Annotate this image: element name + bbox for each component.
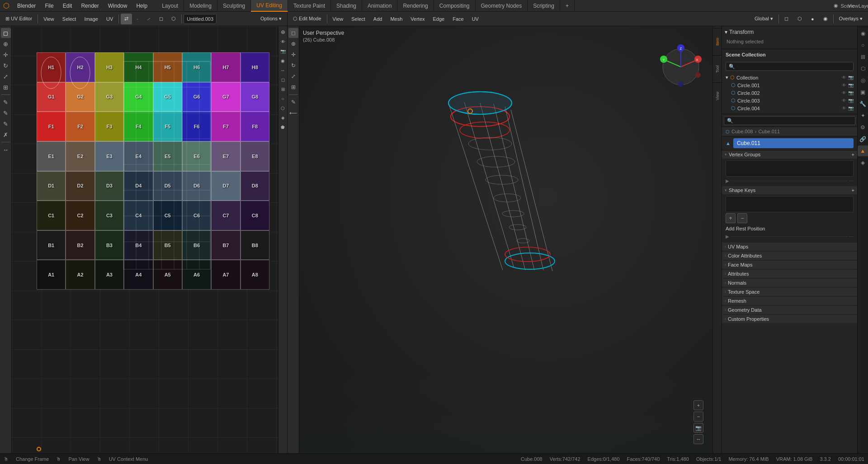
tab-scripting[interactable]: Scripting xyxy=(528,0,560,12)
tree-circle003[interactable]: ⬡ Circle.003 👁 📷 xyxy=(729,97,855,104)
vp-tool-select[interactable]: ◻ xyxy=(288,28,298,38)
uv-vertex-mode[interactable]: · xyxy=(133,14,142,24)
vp-vertex-btn[interactable]: Vertex xyxy=(407,14,428,24)
uv-sync-btn[interactable]: ⇄ xyxy=(121,14,132,24)
attributes-header[interactable]: › Attributes xyxy=(722,270,857,278)
menu-render[interactable]: Render xyxy=(76,0,103,12)
prop-tab-data[interactable]: ▲ xyxy=(858,145,868,156)
vp-tool-cursor[interactable]: ⊕ xyxy=(288,39,298,49)
uv-tool-rotate[interactable]: ↻ xyxy=(1,61,11,70)
uv-tool-annotate[interactable]: ✎ xyxy=(1,97,11,107)
scroll-bar[interactable] xyxy=(731,181,847,181)
obj-name-field[interactable]: Cube.011 xyxy=(733,138,854,148)
prop-tab-render[interactable]: ◉ xyxy=(858,28,868,39)
collection-cam-icon[interactable]: 📷 xyxy=(848,75,854,80)
c002-eye[interactable]: 👁 xyxy=(842,90,846,95)
vp-shading-wire[interactable]: ◻ xyxy=(781,14,792,24)
tab-animation[interactable]: Animation xyxy=(362,0,397,12)
vp-uv-btn[interactable]: UV xyxy=(468,14,482,24)
tree-circle001[interactable]: ⬡ Circle.001 👁 📷 xyxy=(729,81,855,89)
nav-camera[interactable]: 📷 xyxy=(693,423,703,433)
tab-sculpting[interactable]: Sculpting xyxy=(217,0,251,12)
scene-search-input[interactable] xyxy=(726,62,854,71)
image-filename[interactable]: Untitled.003 xyxy=(184,14,217,24)
prop-tab-particles[interactable]: ✦ xyxy=(858,110,868,121)
sk-add-rest-label[interactable]: Add Rest Position xyxy=(726,224,854,233)
uv-world-btn[interactable]: ○ xyxy=(279,94,287,103)
sk-remove[interactable]: − xyxy=(737,213,747,223)
sk-scroll-bar[interactable] xyxy=(731,236,847,237)
nav-zoom-out[interactable]: − xyxy=(693,412,703,422)
uv-tool-transform[interactable]: ⊞ xyxy=(1,82,11,92)
vp-tool-measure[interactable]: ⟵ xyxy=(288,108,298,118)
c003-eye[interactable]: 👁 xyxy=(842,98,846,103)
remesh-header[interactable]: › Remesh xyxy=(722,297,857,305)
prop-tab-scene[interactable]: ⬡ xyxy=(858,63,868,74)
c004-eye[interactable]: 👁 xyxy=(842,106,846,111)
vp-edge-btn[interactable]: Edge xyxy=(429,14,448,24)
uv-render-btn[interactable]: ◉ xyxy=(279,56,287,65)
nav-zoom-in[interactable]: + xyxy=(693,400,703,410)
uv-camera-btn[interactable]: 📷 xyxy=(279,47,287,55)
tab-modeling[interactable]: Modeling xyxy=(184,0,217,12)
uv-image-btn[interactable]: Image xyxy=(80,14,102,24)
menu-blender[interactable]: Blender xyxy=(13,0,40,12)
tab-uv-editing[interactable]: UV Editing xyxy=(251,0,288,12)
tab-layout[interactable]: Layout xyxy=(156,0,184,12)
props-search-input[interactable] xyxy=(724,116,855,125)
vp-face-btn[interactable]: Face xyxy=(449,14,467,24)
color-attributes-header[interactable]: › Color Attributes xyxy=(722,252,857,260)
menu-file[interactable]: File xyxy=(40,0,58,12)
uv-edge-mode[interactable]: ⟋ xyxy=(142,14,155,24)
c004-cam[interactable]: 📷 xyxy=(848,106,854,111)
uv-tool-annotate2[interactable]: ✎ xyxy=(1,108,11,118)
prop-tab-modifier[interactable]: 🔧 xyxy=(858,98,868,109)
uv-view-btn[interactable]: 👁 xyxy=(279,37,287,46)
tab-shading[interactable]: Shading xyxy=(331,0,362,12)
uv-select-btn[interactable]: Select xyxy=(59,14,80,24)
tab-add[interactable]: + xyxy=(560,0,575,12)
prop-tab-physics[interactable]: ⚙ xyxy=(858,122,868,133)
vp-mesh-btn[interactable]: Mesh xyxy=(387,14,406,24)
vp-add-btn[interactable]: Add xyxy=(370,14,386,24)
tree-circle002[interactable]: ⬡ Circle.002 👁 📷 xyxy=(729,89,855,97)
uv-globe-btn[interactable]: ⬡ xyxy=(279,104,287,112)
viewport-canvas[interactable]: User Perspective (26) Cube.008 xyxy=(299,26,712,453)
sk-add-rest[interactable]: + xyxy=(726,213,736,223)
vp-tool-scale[interactable]: ⤢ xyxy=(288,71,298,81)
viewport-mode-btn[interactable]: ⬡ Edit Mode xyxy=(289,14,325,24)
uv-mode-btn[interactable]: ⊞ UV Editor xyxy=(2,14,36,24)
uv-view-btn[interactable]: View xyxy=(40,14,58,24)
uv-tool-cursor[interactable]: ⊕ xyxy=(1,39,11,49)
topbar-icon-1[interactable]: ◉ xyxy=(831,1,841,11)
vp-view-btn[interactable]: View xyxy=(329,14,347,24)
menu-help[interactable]: Help xyxy=(132,0,152,12)
uv-palette-btn[interactable]: ◈ xyxy=(279,113,287,122)
vp-tool-rotate[interactable]: ↻ xyxy=(288,61,298,70)
uv-tool-erase[interactable]: ✗ xyxy=(1,130,11,140)
uv-grid-btn[interactable]: ⊞ xyxy=(279,85,287,93)
sk-add-btn[interactable]: + xyxy=(852,187,854,193)
vp-tool-annotate[interactable]: ✎ xyxy=(288,97,298,107)
tab-texture-paint[interactable]: Texture Paint xyxy=(288,0,331,12)
tab-compositing[interactable]: Compositing xyxy=(434,0,476,12)
c001-cam[interactable]: 📷 xyxy=(848,83,854,88)
tab-rendering[interactable]: Rendering xyxy=(397,0,434,12)
prop-tab-object[interactable]: ▣ xyxy=(858,87,868,98)
normals-header[interactable]: › Normals xyxy=(722,279,857,287)
uv-options-btn[interactable]: Options ▾ xyxy=(257,14,285,24)
c002-cam[interactable]: 📷 xyxy=(848,90,854,95)
tree-collection[interactable]: ▾ ⬡ Collection 👁 📷 xyxy=(724,74,855,81)
c003-cam[interactable]: 📷 xyxy=(848,98,854,103)
vp-select-btn[interactable]: Select xyxy=(348,14,369,24)
vertex-groups-header[interactable]: ▾ Vertex Groups + xyxy=(722,150,857,159)
vp-overlay-btn[interactable]: Overlays ▾ xyxy=(835,14,866,24)
collection-eye-icon[interactable]: 👁 xyxy=(842,75,846,80)
shape-keys-header[interactable]: ▾ Shape Keys + xyxy=(722,186,857,194)
uv-tool-move[interactable]: ✛ xyxy=(1,50,11,60)
menu-edit[interactable]: Edit xyxy=(58,0,77,12)
sidebar-tab-tool[interactable]: Tool xyxy=(713,55,722,82)
vp-tool-move[interactable]: ✛ xyxy=(288,50,298,60)
face-maps-header[interactable]: › Face Maps xyxy=(722,261,857,269)
uv-uv-btn[interactable]: UV xyxy=(103,14,117,24)
